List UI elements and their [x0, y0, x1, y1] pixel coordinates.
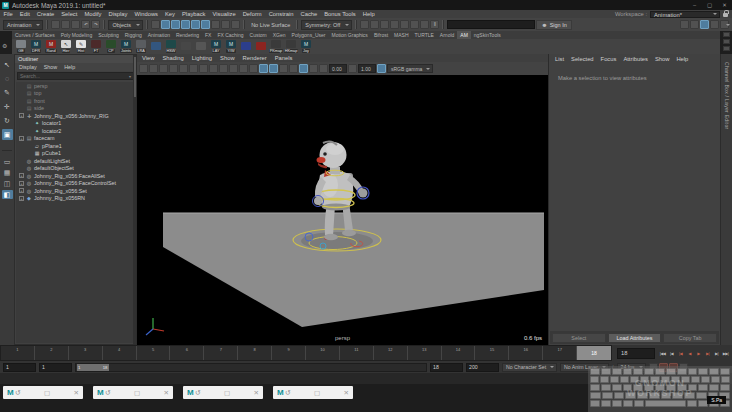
menu-item[interactable]: Modify: [81, 11, 105, 17]
frame-cell[interactable]: 3: [69, 346, 103, 360]
menu-item[interactable]: Bonus Tools: [321, 11, 359, 17]
hypershade-icon[interactable]: [400, 20, 409, 29]
scale-tool-icon[interactable]: ▣: [2, 129, 13, 140]
outliner-item[interactable]: ▦pCube1: [16, 150, 135, 158]
play-forwards-button[interactable]: ▶: [694, 348, 703, 359]
shelf-tab[interactable]: Rendering: [173, 31, 202, 39]
step-back-frame-button[interactable]: |◀: [667, 348, 676, 359]
maya-popup-widget[interactable]: M↺▢✕: [93, 386, 173, 399]
shelf-tab[interactable]: MASH: [391, 31, 411, 39]
save-scene-icon[interactable]: [71, 20, 80, 29]
modeling-toolkit-icon[interactable]: [680, 20, 689, 29]
frame-cell[interactable]: 12: [374, 346, 408, 360]
menu-item[interactable]: Edit: [16, 11, 33, 17]
shelf-item-tool[interactable]: [179, 42, 193, 51]
shelf-tab[interactable]: Arnold: [437, 31, 457, 39]
undo-icon[interactable]: ↺: [285, 389, 291, 396]
close-icon[interactable]: ✕: [344, 389, 349, 397]
close-button[interactable]: ✕: [717, 0, 732, 10]
attribute-editor-menu-item[interactable]: Show: [655, 56, 670, 62]
snap-to-view-plane-icon[interactable]: [201, 20, 210, 29]
make-live-icon[interactable]: [211, 20, 220, 29]
shelf-tab[interactable]: Animation: [145, 31, 173, 39]
menu-item[interactable]: Display: [105, 11, 131, 17]
outliner-item[interactable]: ✦locator2: [16, 127, 135, 135]
undo-icon[interactable]: ↺: [195, 389, 201, 396]
viewport-menu-item[interactable]: View: [142, 55, 154, 61]
undo-icon[interactable]: ↺: [105, 389, 111, 396]
outliner-item[interactable]: ◎defaultObjectSet: [16, 165, 135, 173]
frame-cell[interactable]: 15: [475, 346, 509, 360]
view-transform-dropdown[interactable]: sRGB gamma: [387, 64, 433, 73]
snap-to-projected-center-icon[interactable]: [191, 20, 200, 29]
attribute-editor-menu-item[interactable]: Help: [676, 56, 688, 62]
quick-selection-field[interactable]: [447, 20, 535, 29]
outliner-item[interactable]: ▤persp: [16, 82, 135, 90]
attribute-editor-button[interactable]: Select: [552, 333, 606, 343]
step-forward-key-button[interactable]: ▶|: [703, 348, 712, 359]
viewport-canvas[interactable]: persp 0.6 fps: [137, 75, 548, 345]
gamma-icon[interactable]: [377, 64, 386, 73]
exposure-icon[interactable]: [348, 64, 357, 73]
close-icon[interactable]: ✕: [74, 389, 79, 397]
redo-icon[interactable]: ↷: [91, 20, 100, 29]
frame-cell[interactable]: 9: [272, 346, 306, 360]
viewport-menu-item[interactable]: Lighting: [192, 55, 212, 61]
shelf-tab[interactable]: Curves / Surfaces: [12, 31, 58, 39]
search-input[interactable]: [20, 73, 127, 79]
outliner-search[interactable]: ▾: [17, 72, 134, 80]
menu-item[interactable]: Deform: [239, 11, 265, 17]
frame-cell[interactable]: 16: [509, 346, 543, 360]
bookmarks-icon[interactable]: [169, 64, 178, 73]
menu-item[interactable]: Create: [33, 11, 57, 17]
workspace-dropdown[interactable]: Animation*: [650, 11, 720, 18]
expand-icon[interactable]: +: [19, 196, 24, 201]
image-plane-icon[interactable]: [179, 64, 188, 73]
shelf-item-rand[interactable]: MRand: [44, 40, 58, 53]
shelf-item-hier[interactable]: ↖Hier: [59, 40, 73, 53]
attribute-editor-menu-item[interactable]: Focus: [601, 56, 617, 62]
frame-cell[interactable]: 2: [35, 346, 69, 360]
shelf-item-hsw[interactable]: HSW: [164, 40, 178, 53]
textured-mode-icon[interactable]: [279, 64, 288, 73]
menu-item[interactable]: Cache: [297, 11, 321, 17]
pause-viewport-icon[interactable]: ‖: [430, 20, 439, 29]
menu-item[interactable]: Visualize: [209, 11, 239, 17]
outliner-item[interactable]: ▤side: [16, 105, 135, 113]
shelf-tab[interactable]: ngSkinTools: [471, 31, 504, 39]
character-set-dropdown[interactable]: No Character Set: [502, 363, 557, 372]
range-slider-handle[interactable]: 1 18: [77, 364, 109, 371]
lock-camera-icon[interactable]: [149, 64, 158, 73]
viewport-menu-item[interactable]: Renderer: [243, 55, 267, 61]
menu-item[interactable]: File: [0, 11, 16, 17]
go-to-end-button[interactable]: ▶▶|: [721, 348, 730, 359]
outliner-item[interactable]: ▤front: [16, 97, 135, 105]
character-controls-icon[interactable]: [690, 20, 699, 29]
shelf-item-pkmap[interactable]: PKmap: [269, 40, 283, 53]
shelf-item-tool[interactable]: [194, 42, 208, 51]
symmetry-dropdown[interactable]: Symmetry: Off: [301, 20, 352, 30]
shelf-item-ft[interactable]: FT: [89, 40, 103, 53]
gate-mask-icon[interactable]: [219, 64, 228, 73]
selection-mode-dropdown[interactable]: Objects: [108, 20, 143, 30]
paint-select-tool-icon[interactable]: ✎: [2, 87, 13, 98]
menu-item[interactable]: Key: [162, 11, 179, 17]
shelf-item-tool[interactable]: [254, 42, 268, 51]
new-scene-icon[interactable]: [51, 20, 60, 29]
ipr-render-icon[interactable]: [380, 20, 389, 29]
shelf-tab[interactable]: Rigging: [122, 31, 145, 39]
maximize-button[interactable]: ▢: [702, 0, 717, 10]
exposure-field[interactable]: 0.00: [329, 64, 347, 73]
film-gate-icon[interactable]: [199, 64, 208, 73]
render-sequence-icon[interactable]: [390, 20, 399, 29]
frame-cell[interactable]: 11: [340, 346, 374, 360]
outliner-menu-item[interactable]: Display: [19, 64, 37, 70]
field-chart-icon[interactable]: [229, 64, 238, 73]
resolution-gate-icon[interactable]: [209, 64, 218, 73]
outliner-item[interactable]: ▱pPlane1: [16, 142, 135, 150]
outliner-item[interactable]: ✦locator1: [16, 120, 135, 128]
expand-icon[interactable]: +: [19, 188, 24, 193]
expand-icon[interactable]: +: [19, 113, 24, 118]
playback-start-field[interactable]: 1: [39, 363, 72, 372]
lasso-select-tool-icon[interactable]: ◌: [2, 73, 13, 84]
